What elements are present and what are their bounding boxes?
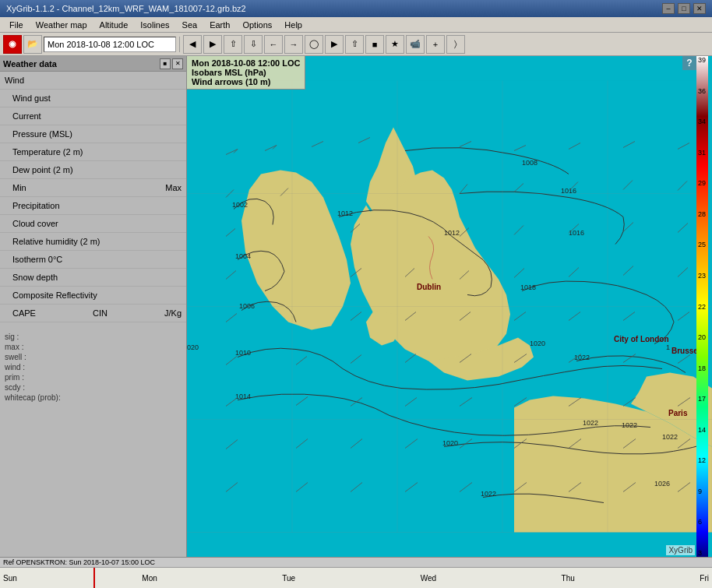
timeline-label-wed: Wed (421, 574, 436, 583)
scale-label-25: 25 (698, 241, 710, 248)
scale-label-29: 29 (698, 179, 710, 187)
menubar-item-weather-map[interactable]: Weather map (30, 19, 93, 31)
scale-label-22: 22 (698, 303, 710, 311)
scdy-row: scdy : (5, 382, 182, 393)
xygrib-watermark: XyGrib (666, 545, 695, 555)
datetime-display[interactable]: Mon 2018-10-08 12:00 LOC (44, 37, 176, 52)
pan-left-button[interactable]: ← (264, 35, 283, 54)
timeline-label-fri: Fri (700, 574, 709, 583)
menubar-item-help[interactable]: Help (278, 19, 308, 31)
panel-title: Weather data (3, 59, 57, 69)
map-wind-line: Wind arrows (10 m) (192, 77, 300, 86)
timeline-label-tue: Tue (282, 574, 295, 583)
menubar-item-earth[interactable]: Earth (203, 19, 236, 31)
wind-row: wind : (5, 362, 182, 372)
sig-row: sig : (5, 332, 182, 342)
weather-item-dewpoint[interactable]: Dew point (2 m) (0, 161, 186, 179)
scale-label-20: 20 (698, 333, 710, 341)
svg-text:1022: 1022 (622, 421, 637, 429)
tool-btn-2[interactable]: ▶ (325, 35, 344, 54)
scale-label-39: 39 (698, 56, 710, 64)
timeline-label-mon: Mon (142, 574, 157, 583)
timeline-ref-text: Ref OPENSKTRON: Sun 2018-10-07 15:00 LOC (0, 558, 712, 568)
svg-text:1006: 1006 (239, 302, 255, 310)
weather-item-cloudcover[interactable]: Cloud cover (0, 215, 186, 233)
weather-panel: Weather data ■ ✕ Wind Wind gust Current … (0, 56, 187, 557)
titlebar: XyGrib-1.1.2 - Channel_12km_WRF_WAM_1810… (0, 0, 712, 17)
help-button[interactable]: ? (682, 56, 696, 70)
record-button[interactable]: ◉ (3, 35, 22, 54)
weather-item-humidity[interactable]: Relative humidity (2 m) (0, 233, 186, 251)
pan-right-button[interactable]: → (284, 35, 303, 54)
map-date-line: Mon 2018-10-08 12:00 LOC (192, 58, 300, 68)
tool-btn-1[interactable]: ◯ (305, 35, 323, 54)
data-values-section: sig : max : swell : wind : prim : scdy : (0, 329, 186, 406)
weather-item-windgust[interactable]: Wind gust (0, 90, 186, 107)
map-area[interactable]: Mon 2018-10-08 12:00 LOC Isobars MSL (hP… (187, 56, 712, 557)
cin-label: CIN (93, 306, 108, 320)
menubar-item-file[interactable]: File (3, 19, 30, 31)
timeline-label-sun: Sun (3, 574, 17, 583)
tool-btn-6[interactable]: 📹 (406, 35, 425, 54)
scale-label-3: 3 (698, 549, 710, 557)
scale-label-6: 6 (698, 518, 710, 526)
prim-row: prim : (5, 372, 182, 382)
svg-text:1014: 1014 (235, 393, 251, 400)
weather-item-snowdepth[interactable]: Snow depth (0, 269, 186, 287)
cursor-button[interactable]: 〉 (446, 35, 465, 54)
weather-item-current[interactable]: Current (0, 107, 186, 125)
max-label: Max (165, 181, 182, 195)
panel-controls: ■ ✕ (160, 58, 183, 69)
zoom-out-button[interactable]: ⇩ (244, 35, 263, 54)
scale-label-18: 18 (698, 364, 710, 372)
timeline-bar[interactable]: Sun Mon Tue Wed Thu Fri (0, 568, 712, 588)
svg-text:1008: 1008 (522, 159, 538, 167)
menubar-item-options[interactable]: Options (236, 19, 278, 31)
main-layout: Weather data ■ ✕ Wind Wind gust Current … (0, 56, 712, 557)
svg-text:1016: 1016 (569, 229, 584, 237)
weather-item-reflectivity[interactable]: Composite Reflectivity (0, 287, 186, 305)
weather-item-precipitation[interactable]: Precipitation (0, 197, 186, 215)
svg-text:1022: 1022 (583, 419, 598, 427)
weather-item-cape[interactable]: CAPE CIN J/Kg (0, 305, 186, 322)
nav-next-button[interactable]: ▶ (203, 35, 222, 54)
weather-item-pressure[interactable]: Pressure (MSL) (0, 125, 186, 143)
panel-pin-button[interactable]: ■ (160, 58, 171, 69)
weather-item-minmax[interactable]: Min Max (0, 179, 186, 197)
scale-label-17: 17 (698, 395, 710, 403)
scale-label-23: 23 (698, 272, 710, 280)
whitecap-row: whitecap (prob): (5, 393, 182, 403)
svg-text:1026: 1026 (654, 480, 670, 488)
scale-labels: 39 36 34 31 29 28 25 23 22 20 18 17 14 1… (696, 56, 712, 557)
jkg-label: J/Kg (164, 306, 182, 320)
tool-btn-4[interactable]: ■ (365, 35, 384, 54)
menubar-item-sea[interactable]: Sea (176, 19, 204, 31)
nav-prev-button[interactable]: ◀ (183, 35, 202, 54)
svg-text:1020: 1020 (530, 340, 545, 347)
svg-text:Paris: Paris (668, 409, 688, 417)
timeline-cursor (93, 568, 95, 588)
add-button[interactable]: + (426, 35, 445, 54)
menubar-item-isolines[interactable]: Isolines (134, 19, 175, 31)
map-info-overlay: Mon 2018-10-08 12:00 LOC Isobars MSL (hP… (187, 56, 305, 90)
weather-item-isotherm[interactable]: Isotherm 0°C (0, 251, 186, 269)
svg-text:1020: 1020 (442, 439, 458, 447)
scale-label-12: 12 (698, 456, 710, 464)
zoom-in-button[interactable]: ⇧ (224, 35, 242, 54)
close-button[interactable]: ✕ (693, 3, 706, 14)
weather-item-temperature[interactable]: Temperature (2 m) (0, 143, 186, 161)
open-button[interactable]: 📂 (23, 35, 42, 54)
menubar-item-altitude[interactable]: Altitude (93, 19, 135, 31)
minimize-button[interactable]: – (662, 3, 675, 14)
weather-item-wind[interactable]: Wind (0, 72, 186, 90)
window-controls: – □ ✕ (662, 3, 706, 14)
panel-close-button[interactable]: ✕ (172, 58, 183, 69)
svg-text:1012: 1012 (444, 229, 460, 237)
swell-row: swell : (5, 352, 182, 362)
maximize-button[interactable]: □ (678, 3, 690, 14)
tool-btn-3[interactable]: ⇧ (345, 35, 364, 54)
scale-label-9: 9 (698, 488, 710, 495)
tool-btn-5[interactable]: ★ (386, 35, 404, 54)
timeline: Ref OPENSKTRON: Sun 2018-10-07 15:00 LOC… (0, 557, 712, 588)
svg-text:1016: 1016 (561, 187, 576, 195)
